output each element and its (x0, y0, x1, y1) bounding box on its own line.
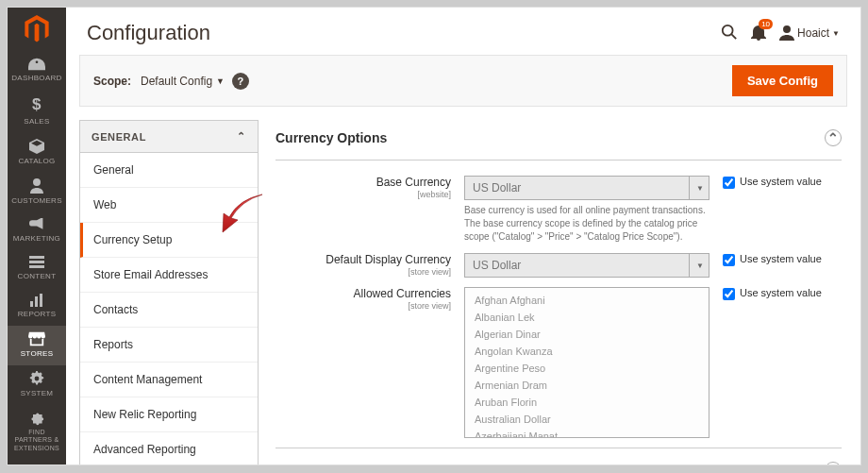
nav-content[interactable]: CONTENT (8, 250, 66, 288)
field-allowed-scope: [store view] (275, 301, 451, 311)
nav-marketing[interactable]: MARKETING (8, 212, 66, 250)
dollar-icon: $ (9, 95, 64, 114)
search-icon (721, 24, 738, 41)
currency-option[interactable]: Australian Dollar (465, 411, 709, 428)
notification-count-badge: 10 (759, 19, 773, 29)
store-icon (28, 331, 45, 346)
field-default-display-currency: Default Display Currency [store view] US… (275, 253, 842, 278)
gear-icon (29, 371, 44, 386)
user-icon (30, 178, 43, 194)
use-system-label: Use system value (740, 253, 822, 264)
nav-sales-label: SALES (24, 117, 49, 126)
cube-icon (29, 139, 44, 154)
nav-catalog-label: CATALOG (18, 157, 55, 165)
field-base-currency-label: Base Currency (376, 176, 451, 189)
nav-customers-label: CUSTOMERS (11, 196, 62, 205)
nav-dashboard-label: DASHBOARD (11, 74, 61, 82)
bullhorn-icon (29, 218, 44, 231)
chevron-down-icon[interactable]: ▼ (216, 76, 225, 86)
currency-option[interactable]: Argentine Peso (465, 360, 709, 377)
tab-new-relic[interactable]: New Relic Reporting (80, 397, 258, 432)
section-currency-options-label: Currency Options (275, 130, 387, 145)
base-currency-note: Base currency is used for all online pay… (464, 204, 709, 244)
tab-general[interactable]: General (80, 153, 258, 188)
nav-content-label: CONTENT (18, 272, 57, 280)
puzzle-icon (29, 411, 44, 426)
tab-group-general[interactable]: GENERAL ⌃ (79, 120, 259, 153)
currency-option[interactable]: Albanian Lek (465, 309, 709, 326)
field-base-currency: Base Currency [website] US Dollar Base c… (275, 176, 842, 244)
nav-marketing-label: MARKETING (13, 234, 60, 243)
nav-sales[interactable]: $ SALES (8, 90, 66, 133)
search-button[interactable] (721, 24, 738, 43)
currency-option[interactable]: Algerian Dinar (465, 326, 709, 343)
notifications-button[interactable]: 10 (751, 24, 766, 43)
page-title: Configuration (87, 21, 721, 45)
tab-group-general-label: GENERAL (92, 131, 146, 143)
tab-reports[interactable]: Reports (80, 328, 258, 363)
page-header: Configuration 10 Hoaict ▼ (66, 8, 860, 55)
tab-currency-setup[interactable]: Currency Setup (80, 223, 258, 258)
chevron-up-icon: ⌃ (237, 130, 246, 143)
default-display-use-system-checkbox[interactable] (723, 254, 735, 266)
field-allowed-label: Allowed Currencies (354, 287, 451, 300)
chevron-down-icon: ▼ (832, 29, 840, 38)
help-tooltip[interactable]: ? (232, 73, 249, 90)
section-fixer[interactable]: Fixer.io ⌄ (275, 448, 842, 465)
tab-store-email[interactable]: Store Email Addresses (80, 258, 258, 293)
scope-label: Scope: (93, 75, 131, 88)
allowed-use-system-checkbox[interactable] (723, 288, 735, 300)
user-name: Hoaict (797, 26, 829, 40)
collapse-icon[interactable]: ⌃ (825, 129, 842, 146)
nav-stores-label: STORES (21, 349, 54, 358)
base-currency-select[interactable]: US Dollar (464, 176, 709, 200)
user-menu[interactable]: Hoaict ▼ (779, 25, 840, 41)
currency-option[interactable]: Aruban Florin (465, 394, 709, 411)
currency-option[interactable]: Angolan Kwanza (465, 343, 709, 360)
field-default-display-label: Default Display Currency (326, 253, 451, 266)
nav-system-label: SYSTEM (21, 389, 54, 397)
tab-advanced-reporting[interactable]: Advanced Reporting (80, 432, 258, 465)
use-system-label: Use system value (740, 176, 822, 187)
magento-logo (8, 8, 66, 52)
nav-dashboard[interactable]: DASHBOARD (8, 52, 66, 90)
field-default-display-scope: [store view] (275, 267, 451, 277)
admin-sidebar: DASHBOARD $ SALES CATALOG CUSTOMERS MARK… (8, 8, 66, 465)
config-tabs: GENERAL ⌃ General Web Currency Setup Sto… (79, 120, 259, 465)
scope-value[interactable]: Default Config (141, 75, 212, 88)
default-display-currency-select[interactable]: US Dollar (464, 253, 709, 278)
scope-bar: Scope: Default Config ▼ ? Save Config (79, 55, 847, 107)
nav-reports[interactable]: REPORTS (8, 288, 66, 326)
bar-chart-icon (29, 294, 44, 307)
section-currency-options[interactable]: Currency Options ⌃ (275, 120, 842, 160)
gauge-icon (28, 58, 45, 71)
allowed-currencies-multiselect[interactable]: Afghan Afghani Albanian Lek Algerian Din… (464, 287, 709, 438)
config-panel: Currency Options ⌃ Base Currency [websit… (275, 120, 847, 465)
nav-partners[interactable]: FIND PARTNERS & EXTENSIONS (8, 405, 66, 460)
use-system-label: Use system value (740, 287, 822, 298)
nav-customers[interactable]: CUSTOMERS (8, 173, 66, 212)
currency-option[interactable]: Azerbaijani Manat (465, 428, 709, 438)
nav-catalog[interactable]: CATALOG (8, 133, 66, 173)
currency-option[interactable]: Armenian Dram (465, 377, 709, 394)
tab-contacts[interactable]: Contacts (80, 293, 258, 328)
nav-partners-label: FIND PARTNERS & EXTENSIONS (9, 429, 64, 452)
field-base-currency-scope: [website] (275, 190, 451, 199)
base-currency-use-system-checkbox[interactable] (723, 177, 735, 189)
tab-web[interactable]: Web (80, 188, 258, 223)
layout-icon (29, 256, 44, 269)
user-avatar-icon (779, 25, 794, 41)
nav-stores[interactable]: STORES (8, 326, 66, 365)
expand-icon[interactable]: ⌄ (825, 462, 842, 465)
nav-system[interactable]: SYSTEM (8, 365, 66, 405)
tab-content-management[interactable]: Content Management (80, 363, 258, 397)
field-allowed-currencies: Allowed Currencies [store view] Afghan A… (275, 287, 842, 438)
currency-option[interactable]: Afghan Afghani (465, 292, 709, 309)
nav-reports-label: REPORTS (18, 310, 57, 318)
save-config-button[interactable]: Save Config (732, 65, 833, 96)
section-fixer-label: Fixer.io (275, 463, 322, 465)
